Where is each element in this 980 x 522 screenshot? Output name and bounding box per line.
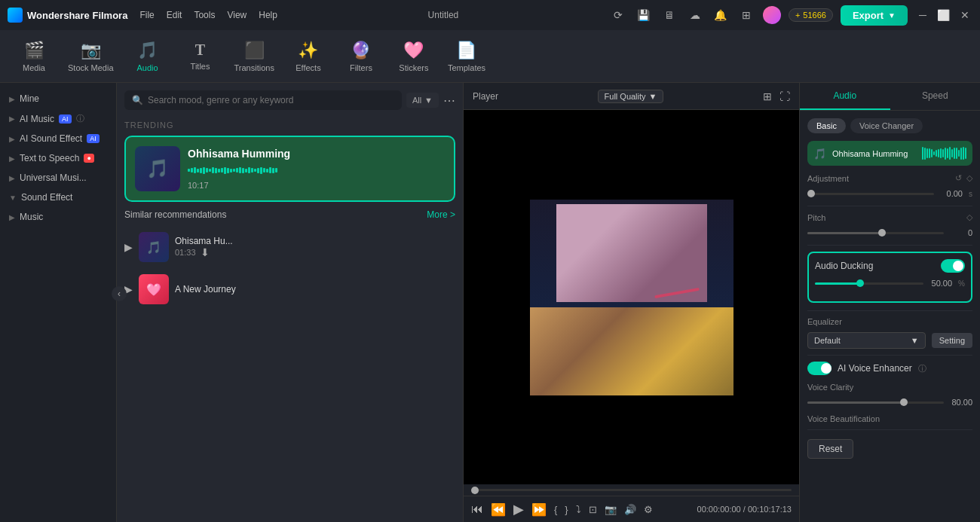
tab-speed[interactable]: Speed: [890, 83, 981, 110]
export-button[interactable]: Export ▼: [841, 5, 908, 26]
crop-icon[interactable]: ⊡: [589, 504, 597, 515]
tool-transitions[interactable]: ⬛ Transitions: [234, 41, 274, 72]
sidebar-item-ai-sound-effect[interactable]: ▶ AI Sound Effect AI: [0, 129, 116, 148]
mark-in-icon[interactable]: {: [554, 504, 557, 515]
ducking-toggle[interactable]: [941, 259, 965, 273]
progress-thumb[interactable]: [471, 487, 479, 494]
ducking-slider-track[interactable]: [815, 282, 923, 285]
sub-tab-basic[interactable]: Basic: [807, 118, 846, 133]
eq-setting-btn[interactable]: Setting: [932, 333, 972, 348]
adjustment-reset-icon[interactable]: ↺: [955, 173, 962, 183]
reset-button[interactable]: Reset: [807, 439, 853, 459]
quality-selector[interactable]: Full Quality ▼: [598, 90, 664, 103]
waveform-bar: [218, 169, 220, 172]
waveform-bar: [212, 167, 214, 173]
adjustment-slider-thumb[interactable]: [807, 190, 815, 197]
ai-music-arrow-icon: ▶: [9, 114, 15, 123]
filter-btn[interactable]: All ▼: [406, 93, 439, 108]
more-options-btn[interactable]: ⋯: [443, 93, 455, 108]
eq-preset-select[interactable]: Default ▼: [807, 332, 926, 349]
sidebar-item-ai-music[interactable]: ▶ AI Music AI ⓘ: [0, 108, 116, 129]
fullscreen-icon[interactable]: ⛶: [779, 90, 790, 102]
points-btn[interactable]: + 51666: [789, 8, 833, 22]
voice-clarity-slider-thumb[interactable]: [900, 398, 908, 406]
menu-tools[interactable]: Tools: [194, 10, 215, 20]
tool-stickers[interactable]: 🩷 Stickers: [395, 41, 433, 72]
tool-audio[interactable]: 🎵 Audio: [129, 41, 167, 72]
ducking-unit: %: [958, 279, 965, 288]
waveform-bar: [209, 169, 211, 172]
rec-item-journey[interactable]: ▶ 🩷 A New Journey: [124, 268, 455, 310]
settings-icon[interactable]: ⚙: [644, 504, 653, 515]
ducking-slider-thumb[interactable]: [856, 279, 864, 287]
sidebar-item-sound-effect[interactable]: ▼ Sound Effect: [0, 188, 116, 207]
sidebar-collapse-btn[interactable]: ‹: [112, 286, 127, 301]
sidebar-item-mine[interactable]: ▶ Mine: [0, 89, 116, 108]
sidebar-item-music[interactable]: ▶ Music: [0, 207, 116, 227]
pitch-diamond-icon[interactable]: ◇: [966, 212, 972, 222]
minimize-btn[interactable]: ─: [915, 8, 930, 23]
sidebar-item-universal-music[interactable]: ▶ Universal Musi...: [0, 168, 116, 188]
step-back-icon[interactable]: ⏪: [491, 502, 506, 517]
rec-item-ohisama[interactable]: ▶ 🎵 Ohisama Hu... 01:33 ⬇: [124, 226, 455, 268]
prev-frame-icon[interactable]: ⏮: [471, 502, 483, 516]
track-name: Ohhisama Humming: [832, 149, 916, 158]
user-avatar[interactable]: [763, 6, 781, 24]
rec-duration-val-1: 01:33: [175, 248, 196, 257]
grid-icon[interactable]: ⊞: [737, 6, 755, 24]
pitch-slider-track[interactable]: [807, 232, 944, 234]
tool-stock-media[interactable]: 📷 Stock Media: [68, 41, 114, 72]
menu-help[interactable]: Help: [259, 10, 277, 20]
featured-card[interactable]: 🎵 Ohhisama Humming 10:17: [124, 136, 455, 202]
rec-name-1: Ohisama Hu...: [175, 236, 455, 246]
menu-file[interactable]: File: [139, 10, 154, 20]
tool-media[interactable]: 🎬 Media: [15, 41, 53, 72]
adjustment-slider-track[interactable]: [807, 193, 934, 195]
voice-clarity-slider-track[interactable]: [807, 401, 944, 404]
rec-more-btn[interactable]: More >: [427, 209, 455, 220]
download-icon-1[interactable]: ⬇: [201, 246, 210, 258]
bell-icon[interactable]: 🔔: [712, 6, 730, 24]
ducking-toggle-knob: [953, 261, 963, 271]
pitch-slider-thumb[interactable]: [878, 229, 886, 237]
tool-filters[interactable]: 🔮 Filters: [342, 41, 380, 72]
progress-track[interactable]: [471, 489, 792, 491]
close-btn[interactable]: ✕: [957, 8, 972, 23]
maximize-btn[interactable]: ⬜: [936, 8, 951, 23]
waveform-bar: [242, 168, 244, 173]
grid-view-icon[interactable]: ⊞: [763, 90, 772, 102]
titles-label: Titles: [191, 62, 210, 71]
menu-view[interactable]: View: [227, 10, 247, 20]
cloud-icon[interactable]: ☁: [686, 6, 704, 24]
section-divider-2: [807, 245, 972, 246]
rec-play-icon-1[interactable]: ▶: [124, 241, 133, 253]
pitch-value: 0: [950, 228, 972, 237]
ai-enhancer-info-icon[interactable]: ⓘ: [918, 363, 926, 374]
save-icon[interactable]: 💾: [635, 6, 653, 24]
sidebar-item-text-to-speech[interactable]: ▶ Text to Speech ●: [0, 148, 116, 168]
track-waveform: [922, 147, 966, 160]
step-forward-icon[interactable]: ⏩: [531, 502, 547, 517]
tool-effects[interactable]: ✨ Effects: [289, 41, 327, 72]
menu-edit[interactable]: Edit: [167, 10, 182, 20]
quality-arrow-icon: ▼: [649, 92, 657, 101]
play-button[interactable]: ▶: [513, 501, 524, 517]
section-divider-4: [807, 355, 972, 356]
ai-music-info-icon[interactable]: ⓘ: [76, 113, 84, 124]
screen-icon[interactable]: 🖥: [660, 6, 678, 24]
recommendations-section: Similar recommendations More > ▶ 🎵 Ohisa…: [117, 209, 463, 310]
voice-beautification-section: Voice Beautification: [807, 414, 972, 423]
tab-audio[interactable]: Audio: [800, 83, 890, 110]
tool-titles[interactable]: T Titles: [182, 41, 219, 71]
sub-tab-voice-changer[interactable]: Voice Changer: [850, 118, 923, 133]
mark-out-icon[interactable]: }: [565, 504, 568, 515]
title-center: Untitled: [428, 10, 459, 20]
volume-icon[interactable]: 🔊: [624, 504, 636, 515]
tool-templates[interactable]: 📄 Templates: [448, 41, 485, 72]
sync-icon[interactable]: ⟳: [609, 6, 627, 24]
add-to-timeline-icon[interactable]: ⤵: [576, 504, 581, 515]
ai-enhancer-toggle[interactable]: [807, 362, 831, 375]
search-input[interactable]: [148, 95, 394, 105]
adjustment-diamond-icon[interactable]: ◇: [966, 173, 972, 183]
snapshot-icon[interactable]: 📷: [605, 504, 617, 515]
